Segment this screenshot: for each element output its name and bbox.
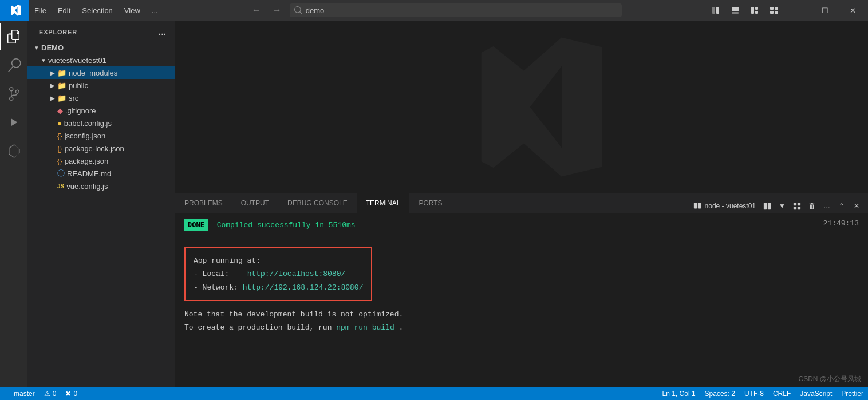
svg-rect-13 <box>764 203 767 209</box>
app-info-box: App running at: - Local: http://localhos… <box>184 247 372 301</box>
node-modules-label: node_modules <box>69 69 117 77</box>
eol-label: CRLF <box>773 390 791 398</box>
tree-vue-config[interactable]: JS vue.config.js <box>27 180 175 192</box>
tree-gitignore[interactable]: ◆ .gitignore <box>27 104 175 117</box>
local-url-text: http://localhost:8080/ <box>247 270 346 278</box>
svg-rect-3 <box>732 12 739 14</box>
more-actions-panel[interactable]: … <box>820 199 834 213</box>
search-text: demo <box>306 6 617 15</box>
app-running-line: App running at: <box>194 254 363 267</box>
status-formatter[interactable]: Prettier <box>837 387 868 400</box>
close-panel-button[interactable]: ✕ <box>850 199 863 213</box>
titlebar-right: — ☐ ✕ <box>707 0 868 21</box>
cursor-position: Ln 1, Col 1 <box>662 390 696 398</box>
status-branch[interactable]: ⸻ master <box>0 387 40 400</box>
network-url-line: - Network: http://192.168.124.22:8080/ <box>194 281 363 294</box>
terminal-content[interactable]: DONE Compiled successfully in 5510ms 21:… <box>175 213 868 387</box>
tree-src[interactable]: ▶ 📁 src <box>27 92 175 104</box>
tab-ports[interactable]: PORTS <box>409 193 451 213</box>
watermark: CSDN @小公号风城 <box>798 374 861 384</box>
tree-package[interactable]: {} package.json <box>27 155 175 167</box>
bottom-panel: PROBLEMS OUTPUT DEBUG CONSOLE TERMINAL P… <box>175 193 868 387</box>
svg-rect-4 <box>751 7 754 14</box>
status-spaces[interactable]: Spaces: 2 <box>700 387 740 400</box>
package-lock-label: package-lock.json <box>65 144 124 153</box>
svg-rect-7 <box>770 7 774 10</box>
folder-icon: 📁 <box>57 69 66 77</box>
customize-layout[interactable] <box>765 2 783 19</box>
src-label: src <box>69 94 78 102</box>
src-arrow: ▶ <box>48 95 57 101</box>
forward-button[interactable]: → <box>269 2 285 18</box>
jsconfig-label: jsconfig.json <box>65 132 106 140</box>
tab-terminal[interactable]: TERMINAL <box>357 193 410 213</box>
tree-public[interactable]: ▶ 📁 public <box>27 79 175 92</box>
search-icon <box>294 6 302 14</box>
explorer-title: EXPLORER <box>39 29 77 35</box>
sidebar-header: EXPLORER … <box>27 21 175 41</box>
split-terminal-button[interactable] <box>760 199 774 213</box>
sidebar-actions: … <box>157 26 168 38</box>
menu-edit[interactable]: Edit <box>52 0 76 21</box>
file-tree: ▼ DEMO ▼ vuetest\vuetest01 ▶ 📁 node_modu… <box>27 41 175 387</box>
error-icon: ✖ <box>65 390 71 398</box>
svg-rect-1 <box>716 7 719 14</box>
back-button[interactable]: ← <box>248 2 265 18</box>
tree-readme[interactable]: ⓘ README.md <box>27 167 175 180</box>
svg-rect-5 <box>755 7 758 10</box>
editor-layout[interactable] <box>745 2 764 19</box>
editor-area: PROBLEMS OUTPUT DEBUG CONSOLE TERMINAL P… <box>175 21 868 387</box>
tree-node-modules[interactable]: ▶ 📁 node_modules <box>27 66 175 79</box>
delete-terminal-button[interactable] <box>805 199 819 213</box>
src-folder-icon: 📁 <box>57 94 66 102</box>
package-lock-icon: {} <box>57 144 62 153</box>
status-eol[interactable]: CRLF <box>768 387 795 400</box>
maximize-button[interactable]: ☐ <box>812 0 838 21</box>
activity-extensions[interactable] <box>0 137 27 165</box>
svg-rect-0 <box>712 7 715 14</box>
tab-output[interactable]: OUTPUT <box>232 193 278 213</box>
minimize-button[interactable]: — <box>784 0 811 21</box>
status-cursor[interactable]: Ln 1, Col 1 <box>658 387 700 400</box>
menu-more[interactable]: ... <box>146 0 164 21</box>
status-bar-left: ⸻ master ⚠ 0 ✖ 0 <box>0 387 82 400</box>
branch-name: master <box>14 390 35 398</box>
done-badge: DONE <box>184 219 208 231</box>
readme-label: README.md <box>67 169 111 178</box>
tree-root-demo[interactable]: ▼ DEMO <box>27 41 175 54</box>
tab-debug-console[interactable]: DEBUG CONSOLE <box>278 193 357 213</box>
vscode-background-logo <box>441 27 602 187</box>
menu-file[interactable]: File <box>29 0 52 21</box>
tab-problems[interactable]: PROBLEMS <box>175 193 232 213</box>
svg-rect-15 <box>794 203 796 205</box>
svg-rect-9 <box>770 11 774 14</box>
package-label: package.json <box>65 157 109 165</box>
maximize-panel-button[interactable]: ⌃ <box>835 199 849 213</box>
status-errors[interactable]: ✖ 0 <box>61 387 82 400</box>
activity-search[interactable] <box>0 52 27 79</box>
vuetest-label: vuetest\vuetest01 <box>48 56 106 65</box>
terminal-dropdown[interactable]: ▼ <box>775 199 789 213</box>
compile-success-text: Compiled successfully in 5510ms <box>217 221 356 229</box>
sidebar-toggle[interactable] <box>707 2 725 19</box>
status-warnings[interactable]: ⚠ 0 <box>40 387 61 400</box>
close-button[interactable]: ✕ <box>839 0 866 21</box>
new-terminal-button[interactable] <box>790 199 804 213</box>
terminal-timestamp: 21:49:13 <box>823 219 859 228</box>
vscode-logo[interactable] <box>0 0 29 21</box>
panel-toggle[interactable] <box>726 2 744 19</box>
menu-selection[interactable]: Selection <box>76 0 118 21</box>
root-label: DEMO <box>41 43 64 52</box>
search-bar[interactable]: demo <box>290 3 622 17</box>
tree-babel[interactable]: ● babel.config.js <box>27 117 175 129</box>
more-actions-button[interactable]: … <box>157 26 168 38</box>
activity-explorer[interactable] <box>0 23 27 50</box>
activity-source-control[interactable] <box>0 80 27 108</box>
status-language[interactable]: JavaScript <box>795 387 837 400</box>
tree-vuetest-folder[interactable]: ▼ vuetest\vuetest01 <box>27 54 175 66</box>
menu-view[interactable]: View <box>119 0 146 21</box>
activity-run-debug[interactable] <box>0 109 27 136</box>
tree-package-lock[interactable]: {} package-lock.json <box>27 142 175 155</box>
tree-jsconfig[interactable]: {} jsconfig.json <box>27 129 175 142</box>
status-encoding[interactable]: UTF-8 <box>740 387 768 400</box>
